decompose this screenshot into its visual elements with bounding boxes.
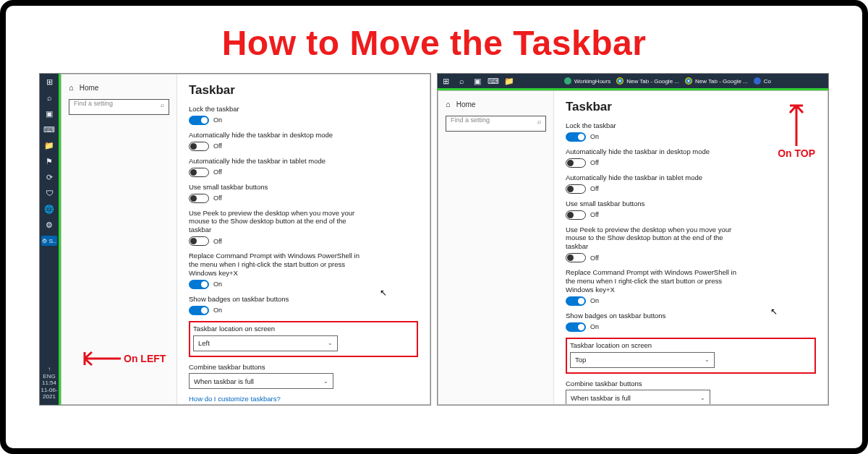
- opt-peek: Use Peek to preview the desktop when you…: [189, 209, 418, 247]
- toggle-badges[interactable]: [189, 306, 209, 315]
- search-input[interactable]: Find a setting: [446, 116, 546, 132]
- opt-badges: Show badges on taskbar buttonsOn: [566, 312, 816, 332]
- toggle-autohide-tablet[interactable]: [566, 184, 586, 194]
- toggle-peek[interactable]: [189, 236, 209, 246]
- opt-autohide-tablet: Automatically hide the taskbar in tablet…: [566, 174, 816, 194]
- opt-peek: Use Peek to preview the desktop when you…: [566, 226, 816, 263]
- location-dropdown[interactable]: Top⌄: [570, 352, 715, 368]
- opt-powershell: Replace Command Prompt with Windows Powe…: [189, 252, 418, 289]
- screenshot-right: ⊞ ⌕ ▣ ⌨ 📁 WorkingHours New Tab - Google …: [437, 73, 829, 406]
- app-icon[interactable]: ⚙: [44, 220, 54, 230]
- home-icon: ⌂: [69, 83, 74, 92]
- explorer-icon[interactable]: 📁: [504, 76, 514, 86]
- cursor-icon: ↖: [770, 307, 778, 317]
- toggle-powershell[interactable]: [566, 296, 586, 306]
- chevron-down-icon: ⌄: [700, 395, 705, 401]
- toggle-powershell[interactable]: [189, 280, 209, 289]
- search-icon[interactable]: ⌕: [456, 76, 467, 86]
- combine-dropdown[interactable]: When taskbar is full⌄: [189, 373, 333, 389]
- screenshot-left: ⊞ ⌕ ▣ ⌨ 📁 ⚑ ⟳ 🛡 🌐 ⚙ ⚙ S.. ↑ ENG 11:54 11…: [39, 73, 431, 406]
- screenshots-row: ⊞ ⌕ ▣ ⌨ 📁 ⚑ ⟳ 🛡 🌐 ⚙ ⚙ S.. ↑ ENG 11:54 11…: [6, 73, 862, 413]
- start-icon[interactable]: ⊞: [441, 76, 451, 86]
- tutorial-frame: How to Move the Taskbar ⊞ ⌕ ▣ ⌨ 📁 ⚑ ⟳ 🛡 …: [0, 0, 868, 454]
- content-title: Taskbar: [189, 83, 418, 98]
- opt-autohide-desktop: Automatically hide the taskbar in deskto…: [189, 131, 418, 151]
- chevron-down-icon: ⌄: [705, 356, 710, 363]
- opt-lock: Lock the taskbarOn: [189, 105, 418, 125]
- home-link[interactable]: ⌂ Home: [69, 83, 169, 92]
- taskbar-vertical[interactable]: ⊞ ⌕ ▣ ⌨ 📁 ⚑ ⟳ 🛡 🌐 ⚙ ⚙ S.. ↑ ENG 11:54 11…: [40, 74, 59, 405]
- chevron-down-icon: ⌄: [328, 340, 333, 346]
- start-icon[interactable]: ⊞: [44, 77, 54, 87]
- toggle-lock[interactable]: [566, 132, 586, 142]
- chrome-icon[interactable]: 🌐: [44, 204, 54, 214]
- location-box: Taskbar location on screen Left⌄: [189, 321, 418, 357]
- chevron-down-icon: ⌄: [323, 378, 328, 385]
- annotation-label-left: On LEFT: [124, 353, 166, 364]
- opt-powershell: Replace Command Prompt with Windows Powe…: [566, 268, 816, 306]
- app-icon[interactable]: ⌨: [488, 76, 498, 86]
- taskbar-app-chrome-tab[interactable]: New Tab - Google ...: [685, 77, 748, 85]
- settings-icon[interactable]: ⚙ S..: [41, 236, 57, 246]
- taskview-icon[interactable]: ▣: [472, 76, 482, 86]
- tray-chevron-icon[interactable]: ↑: [40, 366, 59, 373]
- settings-window: ⌂ Home Find a setting Taskbar Lock the t…: [438, 90, 828, 405]
- page-title: How to Move the Taskbar: [6, 6, 862, 73]
- combine-box: Combine taskbar buttons When taskbar is …: [566, 380, 816, 405]
- taskbar-app-chrome-tab[interactable]: New Tab - Google ...: [616, 77, 679, 85]
- search-icon[interactable]: ⌕: [44, 93, 54, 103]
- location-label: Taskbar location on screen: [570, 341, 812, 350]
- app-icon[interactable]: ⚑: [44, 156, 54, 166]
- toggle-autohide-tablet[interactable]: [189, 168, 209, 177]
- combine-box: Combine taskbar buttons When taskbar is …: [189, 363, 418, 390]
- annotation-arrow-left: On LEFT: [80, 348, 166, 369]
- location-label: Taskbar location on screen: [193, 325, 414, 333]
- toggle-autohide-desktop[interactable]: [566, 158, 586, 168]
- home-label: Home: [456, 100, 476, 108]
- combine-dropdown[interactable]: When taskbar is full⌄: [566, 390, 710, 404]
- app-icon[interactable]: ⌨: [44, 124, 54, 134]
- customize-link[interactable]: How do I customize taskbars?: [189, 395, 418, 403]
- system-tray[interactable]: ↑ ENG 11:54 11-06-2021: [40, 366, 59, 401]
- taskview-icon[interactable]: ▣: [44, 108, 54, 119]
- opt-autohide-tablet: Automatically hide the taskbar in tablet…: [189, 157, 418, 177]
- app-icon[interactable]: 🛡: [44, 188, 54, 198]
- toggle-small[interactable]: [566, 210, 586, 220]
- toggle-badges[interactable]: [566, 322, 586, 332]
- home-label: Home: [80, 84, 99, 92]
- location-dropdown[interactable]: Left⌄: [193, 335, 338, 351]
- settings-content: Taskbar Lock the taskbarOn Automatically…: [177, 74, 430, 404]
- home-icon: ⌂: [446, 100, 451, 108]
- tray-lang[interactable]: ENG: [40, 373, 59, 380]
- toggle-autohide-desktop[interactable]: [189, 142, 209, 151]
- app-icon[interactable]: ⟳: [44, 172, 54, 182]
- tray-date: 11-06-2021: [40, 387, 59, 401]
- home-link[interactable]: ⌂ Home: [446, 100, 546, 108]
- toggle-small[interactable]: [189, 194, 209, 203]
- location-box: Taskbar location on screen Top⌄: [566, 338, 816, 374]
- tray-time: 11:54: [40, 380, 59, 387]
- combine-label: Combine taskbar buttons: [189, 363, 418, 372]
- toggle-peek[interactable]: [566, 253, 586, 262]
- annotation-label-top: On TOP: [778, 147, 815, 159]
- combine-label: Combine taskbar buttons: [566, 380, 816, 388]
- taskbar-app-co[interactable]: Co: [754, 77, 771, 85]
- taskbar-horizontal[interactable]: ⊞ ⌕ ▣ ⌨ 📁 WorkingHours New Tab - Google …: [438, 74, 828, 88]
- opt-small: Use small taskbar buttonsOff: [566, 200, 816, 220]
- taskbar-app-workinghours[interactable]: WorkingHours: [564, 77, 611, 85]
- cursor-icon: ↖: [380, 288, 387, 298]
- search-input[interactable]: Find a setting: [69, 99, 169, 115]
- explorer-icon[interactable]: 📁: [44, 140, 54, 150]
- annotation-arrow-top: On TOP: [778, 101, 815, 159]
- settings-nav: ⌂ Home Find a setting: [438, 91, 554, 404]
- toggle-lock[interactable]: [189, 116, 209, 125]
- opt-small: Use small taskbar buttonsOff: [189, 183, 418, 203]
